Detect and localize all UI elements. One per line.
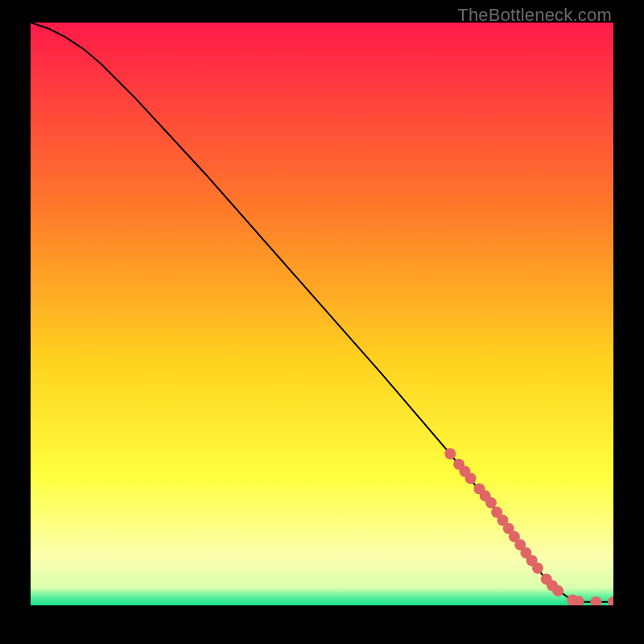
chart-frame: TheBottleneck.com	[0, 0, 644, 644]
bottleneck-chart	[31, 23, 613, 605]
gradient-background	[31, 23, 613, 605]
data-marker	[485, 497, 497, 509]
data-marker	[532, 563, 543, 574]
data-marker	[444, 448, 456, 460]
data-marker	[552, 585, 564, 597]
data-marker	[465, 473, 477, 484]
